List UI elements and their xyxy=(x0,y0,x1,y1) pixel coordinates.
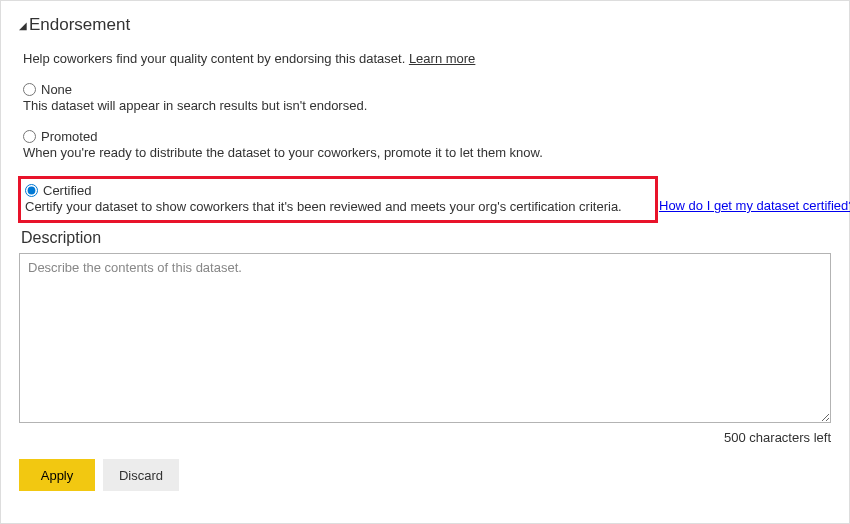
radio-none[interactable] xyxy=(23,83,36,96)
description-label: Description xyxy=(21,229,831,247)
collapse-toggle-icon: ◢ xyxy=(19,20,27,31)
option-none-label: None xyxy=(41,82,72,97)
character-count: 500 characters left xyxy=(19,430,831,445)
option-certified: Certified Certify your dataset to show c… xyxy=(25,183,651,214)
section-header[interactable]: ◢ Endorsement xyxy=(19,15,831,35)
discard-button[interactable]: Discard xyxy=(103,459,179,491)
learn-more-link[interactable]: Learn more xyxy=(409,51,475,66)
option-none-row[interactable]: None xyxy=(23,82,831,97)
intro-text: Help coworkers find your quality content… xyxy=(23,51,831,66)
highlight-box: Certified Certify your dataset to show c… xyxy=(18,176,658,223)
option-promoted: Promoted When you're ready to distribute… xyxy=(23,129,831,160)
button-row: Apply Discard xyxy=(19,459,831,491)
option-certified-label: Certified xyxy=(43,183,91,198)
radio-promoted[interactable] xyxy=(23,130,36,143)
option-certified-desc: Certify your dataset to show coworkers t… xyxy=(25,199,651,214)
option-promoted-label: Promoted xyxy=(41,129,97,144)
option-none-desc: This dataset will appear in search resul… xyxy=(23,98,831,113)
endorsement-panel: ◢ Endorsement Help coworkers find your q… xyxy=(0,0,850,524)
option-certified-row[interactable]: Certified xyxy=(25,183,651,198)
option-promoted-desc: When you're ready to distribute the data… xyxy=(23,145,831,160)
radio-certified[interactable] xyxy=(25,184,38,197)
certified-help-link[interactable]: How do I get my dataset certified? xyxy=(659,198,850,213)
option-certified-wrap: Certified Certify your dataset to show c… xyxy=(19,176,831,223)
description-textarea[interactable] xyxy=(19,253,831,423)
section-title: Endorsement xyxy=(29,15,130,35)
option-none: None This dataset will appear in search … xyxy=(23,82,831,113)
option-promoted-row[interactable]: Promoted xyxy=(23,129,831,144)
apply-button[interactable]: Apply xyxy=(19,459,95,491)
